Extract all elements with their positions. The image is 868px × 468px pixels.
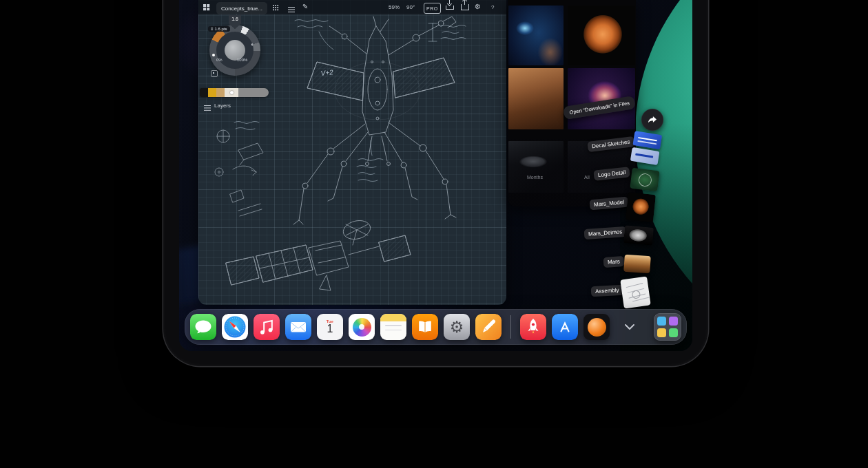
menu-button[interactable]	[288, 2, 295, 12]
share-button[interactable]	[461, 0, 469, 10]
drag-file-thumbnail[interactable]	[630, 130, 663, 166]
notes-app-icon[interactable]	[380, 314, 406, 340]
share-forward-button[interactable]	[641, 109, 663, 131]
lander-sketch	[293, 17, 456, 224]
download-button[interactable]	[446, 0, 454, 10]
gear-icon: ⚙	[475, 3, 481, 10]
pen-tool-button[interactable]: ✎	[302, 2, 308, 12]
tab-months[interactable]: Months	[527, 175, 543, 180]
messages-app-icon[interactable]	[190, 314, 216, 340]
books-app-icon[interactable]	[412, 314, 438, 340]
color-swatch[interactable]	[238, 88, 269, 97]
document-title[interactable]: Concepts_blue...	[216, 2, 267, 14]
music-app-icon[interactable]	[254, 314, 280, 340]
handwritten-annotations	[234, 20, 466, 182]
drag-file-thumbnail[interactable]	[626, 192, 656, 222]
pro-badge: PRO	[424, 3, 441, 14]
photos-flower-icon	[353, 318, 371, 337]
brush-wheel[interactable]	[209, 25, 260, 76]
drag-file-thumbnail[interactable]	[620, 276, 650, 308]
app-store-icon[interactable]	[552, 314, 578, 340]
grid-squares-icon	[203, 4, 209, 10]
gear-icon: ⚙	[450, 318, 464, 337]
ipad-device: Concepts_blue... ✎ 59% 90° PRO ⚙ ?	[163, 0, 708, 366]
color-swatch[interactable]	[216, 88, 225, 97]
concepts-app-window: Concepts_blue... ✎ 59% 90° PRO ⚙ ?	[198, 0, 506, 305]
settings-app-icon[interactable]: ⚙	[444, 314, 470, 340]
drag-file-thumbnail[interactable]	[630, 168, 659, 192]
rocket-app-icon[interactable]	[520, 314, 546, 340]
tool-preview-icon[interactable]	[211, 70, 218, 77]
photo-thumbnail[interactable]	[508, 68, 564, 129]
dock-divider	[510, 315, 511, 339]
help-button[interactable]: ?	[491, 2, 494, 12]
photo-thumbnail[interactable]	[508, 6, 564, 65]
rotation-value[interactable]: 90°	[406, 2, 415, 12]
dots-grid-button[interactable]	[273, 2, 278, 12]
layers-icon	[204, 105, 211, 107]
menu-glyph-icon: ≡	[211, 27, 214, 31]
pencil-app-icon[interactable]	[475, 314, 502, 340]
stage: Concepts_blue... ✎ 59% 90° PRO ⚙ ?	[0, 0, 868, 468]
color-swatch[interactable]	[208, 88, 216, 97]
drag-file-thumbnail[interactable]	[623, 225, 654, 246]
share-icon	[461, 4, 469, 10]
photo-thumbnail[interactable]	[568, 6, 635, 65]
orange-circle-app-icon[interactable]	[583, 314, 610, 340]
calendar-app-icon[interactable]: Tue 1	[317, 314, 343, 340]
contrast-icon: ◐	[251, 41, 254, 47]
annotation-v2: V+2	[320, 68, 334, 77]
forward-arrow-icon	[646, 114, 659, 126]
opacity-max-label: 100%	[237, 58, 247, 62]
photos-app-icon[interactable]	[349, 314, 375, 340]
dock: Tue 1 ⚙	[185, 309, 687, 345]
dots-grid-icon	[273, 5, 278, 10]
settings-button[interactable]: ⚙	[475, 2, 481, 12]
layers-button[interactable]: Layers	[204, 103, 231, 109]
workspace-grid-button[interactable]	[203, 2, 209, 12]
tab-all[interactable]: All	[584, 175, 590, 180]
concepts-toolbar: Concepts_blue... ✎ 59% 90° PRO ⚙ ?	[198, 0, 506, 14]
color-palette[interactable]	[200, 88, 269, 97]
calendar-day: 1	[327, 323, 333, 334]
wheel-marker-dot	[212, 54, 215, 56]
color-swatch[interactable]	[200, 88, 208, 97]
satellite-sketch	[226, 218, 411, 290]
mail-app-icon[interactable]	[285, 314, 311, 340]
drag-file-label[interactable]: Mars	[603, 256, 625, 268]
margin-doodles	[215, 130, 263, 216]
menu-bars-icon	[288, 7, 295, 8]
app-library-icon[interactable]	[654, 313, 681, 341]
pen-icon: ✎	[302, 3, 308, 10]
opacity-min-label: 0%	[216, 58, 223, 62]
brush-size-pill[interactable]: ≡ 1.6 pts	[208, 26, 230, 32]
safari-app-icon[interactable]	[222, 314, 248, 340]
dock-chevron-button[interactable]	[621, 318, 639, 336]
download-icon	[446, 6, 454, 10]
drag-file-thumbnail[interactable]	[623, 255, 651, 274]
chevron-down-icon	[623, 320, 637, 334]
zoom-level[interactable]: 59%	[389, 2, 400, 12]
drag-file-label[interactable]: Assembly	[591, 285, 623, 297]
palette-marker	[230, 91, 234, 94]
ipad-screen: Concepts_blue... ✎ 59% 90° PRO ⚙ ?	[179, 0, 692, 351]
